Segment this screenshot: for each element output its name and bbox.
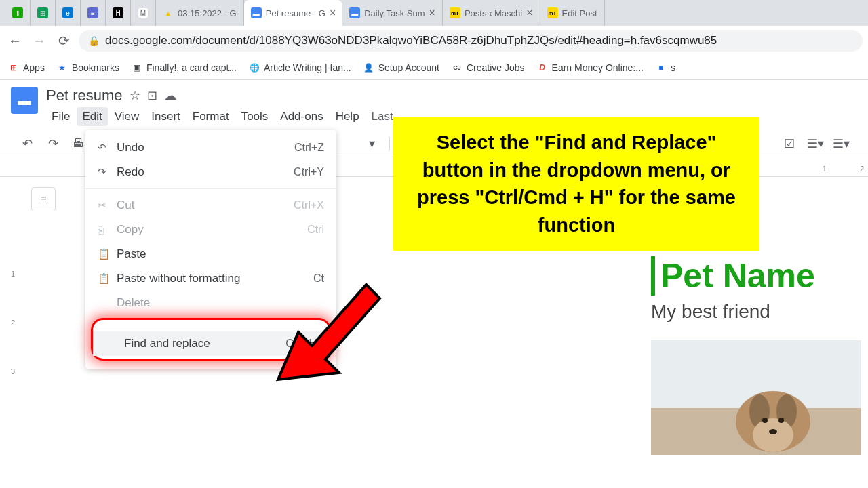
menu-undo[interactable]: ↶ Undo Ctrl+Z [85,136,336,160]
bookmark-item[interactable]: 🌐Article Writing | fan... [249,62,351,73]
menu-file[interactable]: File [46,107,75,126]
tab-label: Posts ‹ Maschi [465,8,522,18]
tab-label: Daily Task Sum [364,8,425,18]
cloud-icon[interactable]: ☁ [164,88,176,103]
separator [389,137,390,150]
mt-icon: mT [450,7,460,18]
numbered-list-icon[interactable]: ☰▾ [833,136,849,151]
cj-icon: CJ [452,62,462,73]
drive-icon: ▲ [163,7,174,18]
bookmark-item[interactable]: 👤Setup Account [363,62,439,73]
tab-label: Edit Post [562,8,597,18]
menu-insert[interactable]: Insert [146,107,186,126]
edge-icon: e [62,7,73,18]
bookmarks-bar: ⊞Apps ★Bookmarks ▣Finally!, a card capt.… [0,56,868,80]
vertical-ruler: 1 2 3 [11,270,15,375]
menu-format[interactable]: Format [187,107,235,126]
mt-icon: mT [547,7,558,18]
document-image[interactable] [651,340,861,455]
tab[interactable]: M [131,0,156,26]
lock-icon: 🔒 [88,35,100,46]
cut-icon: ✂ [98,199,117,211]
docs-icon: ▬ [251,7,262,18]
tab-label: Pet resume - G [266,8,326,18]
browser-toolbar: ← → ⟳ 🔒 docs.google.com/document/d/1088Y… [0,26,868,56]
checklist-icon[interactable]: ☑ [781,136,797,151]
document-canvas: Pet Name My best friend [651,256,868,455]
document-subheading[interactable]: My best friend [651,301,868,323]
account-icon: 👤 [363,62,374,73]
menu-bar: File Edit View Insert Format Tools Add-o… [46,107,399,126]
tab[interactable]: mTEdit Post [540,0,605,26]
globe-icon: 🌐 [249,62,260,73]
close-icon[interactable]: × [429,7,435,19]
paste-icon: 📋 [98,248,117,260]
svg-point-8 [769,429,777,434]
svg-point-7 [778,418,784,423]
square-icon: ■ [656,62,667,73]
undo-icon[interactable]: ↶ [19,136,35,151]
star-icon: ★ [57,62,68,73]
star-icon[interactable]: ☆ [130,88,140,103]
document-title[interactable]: Pet resume [46,87,123,104]
menu-help[interactable]: Help [330,107,365,126]
bookmark-item[interactable]: DEarn Money Online:... [537,62,644,73]
paste-plain-icon: 📋 [98,272,117,285]
print-icon[interactable]: 🖶 [71,136,87,150]
address-bar[interactable]: 🔒 docs.google.com/document/d/1088YQ3W63o… [79,30,863,52]
tab[interactable]: H [106,0,131,26]
menu-tools[interactable]: Tools [236,107,274,126]
menu-edit[interactable]: Edit [77,107,107,126]
bullet-list-icon[interactable]: ☰▾ [807,136,823,151]
arrow-annotation [264,258,387,393]
forward-button[interactable]: → [30,31,49,50]
tab[interactable]: ⊞ [31,0,56,26]
dog-photo [651,340,861,455]
redo-icon[interactable]: ↷ [45,136,61,151]
url-text: docs.google.com/document/d/1088YQ3W63oND… [105,34,717,47]
undo-icon: ↶ [98,142,117,154]
d-icon: D [537,62,548,73]
browser-tab-strip: ⬆ ⊞ e ≡ H M ▲03.15.2022 - G ▬Pet resume … [0,0,868,26]
close-icon[interactable]: × [330,7,336,19]
back-button[interactable]: ← [5,31,24,50]
page-icon: ▣ [132,62,142,73]
tab[interactable]: mTPosts ‹ Maschi× [443,0,540,26]
tab[interactable]: e [56,0,81,26]
app-icon: ≡ [87,7,98,18]
bookmark-apps[interactable]: ⊞Apps [8,62,45,73]
tab[interactable]: ▬Daily Task Sum× [342,0,443,26]
bookmark-item[interactable]: ■s [656,62,675,73]
gmail-icon: M [138,7,149,18]
move-icon[interactable]: ⊡ [147,88,157,103]
apps-icon: ⊞ [8,62,19,73]
h-icon: H [113,7,123,18]
dropdown-icon[interactable]: ▾ [363,136,380,151]
menu-view[interactable]: View [109,107,145,126]
tab-active[interactable]: ▬Pet resume - G× [244,0,342,26]
outline-toggle[interactable]: ≡ [31,187,56,211]
copy-icon: ⎘ [98,224,117,236]
sheets-icon: ⊞ [37,7,48,18]
reload-button[interactable]: ⟳ [54,31,73,50]
ruler-marks: 1 2 [823,165,864,173]
menu-addons[interactable]: Add-ons [275,107,328,126]
svg-point-6 [762,418,768,423]
bookmark-bookmarks[interactable]: ★Bookmarks [57,62,119,73]
document-heading[interactable]: Pet Name [651,256,868,296]
docs-icon: ▬ [349,7,360,18]
tab-label: 03.15.2022 - G [178,8,237,18]
tab[interactable]: ≡ [81,0,106,26]
docs-logo-icon[interactable]: ▬ [11,87,38,114]
menu-cut[interactable]: ✂ Cut Ctrl+X [85,193,336,218]
bookmark-item[interactable]: ▣Finally!, a card capt... [132,62,237,73]
tab[interactable]: ⬆ [5,0,31,26]
tab[interactable]: ▲03.15.2022 - G [156,0,244,26]
close-icon[interactable]: × [526,7,532,19]
svg-point-5 [753,418,793,452]
menu-redo[interactable]: ↷ Redo Ctrl+Y [85,160,336,184]
redo-icon: ↷ [98,166,117,178]
divider [85,188,336,189]
bookmark-item[interactable]: CJCreative Jobs [452,62,525,73]
menu-copy[interactable]: ⎘ Copy Ctrl [85,218,336,242]
